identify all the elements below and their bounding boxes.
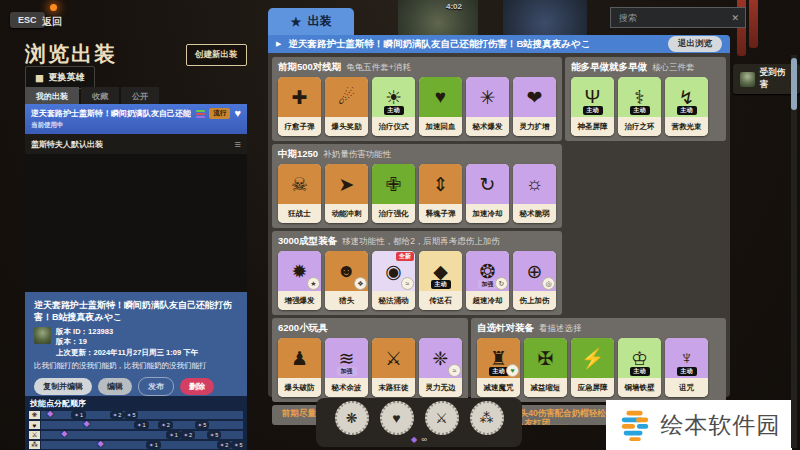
- publish-button[interactable]: 发布: [138, 377, 174, 396]
- item-tile[interactable]: ❂加强↻超速冷却: [466, 251, 509, 310]
- collapse-arrow-icon[interactable]: ▶: [276, 40, 281, 48]
- favorite-heart-icon[interactable]: ♥: [234, 108, 241, 119]
- menu-icon[interactable]: ≡: [235, 138, 241, 150]
- corner-badge-icon: ★: [307, 277, 320, 290]
- corner-badge-icon: ◎: [542, 277, 555, 290]
- guide-banner-title: 逆天套路护士盖斯特！瞬间奶满队友自己还能打伤害！B站搜真夜みやこ: [288, 38, 590, 51]
- item-tile-label: 诅咒: [665, 378, 708, 397]
- scrollbar-thumb[interactable]: [791, 58, 797, 110]
- back-label[interactable]: 返回: [42, 15, 62, 29]
- item-tile[interactable]: ♔主动铜墙铁壁: [618, 338, 661, 397]
- tab-guide[interactable]: ★ 出装: [268, 8, 354, 35]
- skill-point-diamond: ◆: [61, 430, 67, 438]
- vial-ability-icon[interactable]: ❋: [335, 401, 369, 435]
- item-tile-label: 秘法涌动: [372, 291, 415, 310]
- esc-button[interactable]: ESC: [10, 12, 45, 28]
- item-tile[interactable]: ☠狂战士: [278, 164, 321, 223]
- close-icon[interactable]: ✕: [731, 13, 739, 23]
- infinity-icon: ∞: [421, 436, 427, 444]
- item-tile[interactable]: ↻加速冷却: [466, 164, 509, 223]
- item-tile-label: 传送石: [419, 291, 462, 310]
- item-tile[interactable]: ☻❖猎头: [325, 251, 368, 310]
- item-tile[interactable]: ◉全新≈秘法涌动: [372, 251, 415, 310]
- corner-badge-icon: ♥: [506, 364, 519, 377]
- iron-wall-icon: ♔主动: [618, 338, 661, 378]
- corner-badge-icon: ❖: [354, 277, 367, 290]
- switch-hero-button[interactable]: ▦ 更换英雄: [25, 66, 95, 89]
- item-tile[interactable]: ☼秘术脆弱: [513, 164, 556, 223]
- author-avatar: [34, 327, 51, 344]
- corner-badge-icon: ↻: [495, 277, 508, 290]
- skill-point-marker: ✦2: [217, 441, 232, 449]
- item-tile[interactable]: ✚疗愈子弹: [278, 77, 321, 136]
- item-tile-label: 治疗强化: [372, 204, 415, 223]
- regen-boost-icon: ♥: [419, 77, 462, 117]
- item-tile[interactable]: ◆主动传送石: [419, 251, 462, 310]
- item-tile-label: 爆头奖励: [325, 117, 368, 136]
- item-tile[interactable]: ♟爆头破防: [278, 338, 321, 397]
- item-tile[interactable]: ❤灵力扩增: [513, 77, 556, 136]
- guide-content: 前期500对线期龟龟五件套+消耗✚疗愈子弹☄爆头奖励☀主动治疗仪式♥加速回血✳秘…: [268, 53, 730, 397]
- search-box: ✕: [610, 7, 746, 28]
- build-list: 逆天套路护士盖斯特！瞬间奶满队友自己还能打伤...流行♥当前使用中盖斯特夫人默认…: [25, 104, 247, 292]
- blade-ability-icon[interactable]: ⚔: [425, 401, 459, 435]
- skill-order-row: ❋◆✦1✦2✦5: [29, 411, 243, 419]
- item-tile[interactable]: ♆主动诅咒: [665, 338, 708, 397]
- item-tile-label: 增强爆发: [278, 291, 321, 310]
- item-tile[interactable]: ✠减益缩短: [524, 338, 567, 397]
- item-tile[interactable]: ⇕释魂子弹: [419, 164, 462, 223]
- copy-edit-button[interactable]: 复制并编辑: [34, 378, 92, 395]
- damage-amp-icon: ⊕◎: [513, 251, 556, 291]
- damage-taken-button[interactable]: 受到伤害: [733, 64, 800, 94]
- healing-amp-icon: ✙: [372, 164, 415, 204]
- skill-point-marker: ✦1: [71, 411, 86, 419]
- in-use-status: 当前使用中: [31, 121, 241, 130]
- watermark: 绘本软件园: [606, 400, 792, 450]
- item-tile[interactable]: ♥加速回血: [419, 77, 462, 136]
- item-tile[interactable]: ✙治疗强化: [372, 164, 415, 223]
- desperado-icon: ⚔: [372, 338, 415, 378]
- search-input[interactable]: [617, 12, 727, 24]
- skill-order-panel: 技能点分配顺序 ❋◆✦1✦2✦5♥◆✦1✦2✦5⚔◆✦1✦2✦5⁂◆✦1✦2✦5: [25, 396, 247, 450]
- paw-ability-icon[interactable]: ⁂: [470, 401, 504, 435]
- item-section: 自选针对装备看描述选择♜主动♥减速魔咒✠减益缩短⚡应急屏障♔主动铜墙铁壁♆主动诅…: [471, 318, 726, 402]
- edit-button[interactable]: 编辑: [98, 378, 132, 395]
- delete-button[interactable]: 删除: [180, 378, 214, 395]
- healing-ring-icon: ⚕主动: [618, 77, 661, 117]
- skill-order-title: 技能点分配顺序: [30, 398, 243, 409]
- item-tile[interactable]: ⊕◎伤上加伤: [513, 251, 556, 310]
- build-list-item-selected[interactable]: 逆天套路护士盖斯特！瞬间奶满队友自己还能打伤...流行♥当前使用中: [25, 104, 247, 134]
- psychic-expand-icon: ❤: [513, 77, 556, 117]
- item-tile[interactable]: ⚕主动治疗之环: [618, 77, 661, 136]
- curse-icon: ♆主动: [665, 338, 708, 378]
- item-tile[interactable]: ♜主动♥减速魔咒: [477, 338, 520, 397]
- item-tile[interactable]: ☄爆头奖励: [325, 77, 368, 136]
- new-badge: 全新: [396, 252, 414, 261]
- item-tile[interactable]: ≋加强秘术余波: [325, 338, 368, 397]
- skill-point-diamond: ◆: [83, 420, 89, 428]
- item-tile[interactable]: ➤动能冲刺: [325, 164, 368, 223]
- item-tile[interactable]: ⚡应急屏障: [571, 338, 614, 397]
- star-icon: ★: [291, 15, 302, 29]
- item-section: 能多早做就多早做核心三件套Ψ主动神圣屏障⚕主动治疗之环↯主动营救光束: [565, 57, 726, 141]
- paw-ability-icon: ⁂: [29, 441, 40, 449]
- item-tile[interactable]: ✹★增强爆发: [278, 251, 321, 310]
- skill-order-bar: ◆✦1✦2✦5: [41, 441, 243, 449]
- healing-ritual-icon: ☀主动: [372, 77, 415, 117]
- item-tile[interactable]: Ψ主动神圣屏障: [571, 77, 614, 136]
- item-tile[interactable]: ⚔末路狂徒: [372, 338, 415, 397]
- build-list-item[interactable]: 盖斯特夫人默认出装≡: [25, 134, 247, 154]
- item-tile[interactable]: ↯主动营救光束: [665, 77, 708, 136]
- skill-point-marker: ✦5: [124, 411, 139, 419]
- section-title: 能多早做就多早做: [571, 61, 647, 72]
- heart-ability-icon[interactable]: ♥: [380, 401, 414, 435]
- item-tile[interactable]: ✳秘术爆发: [466, 77, 509, 136]
- skill-point-marker: ✦5: [207, 431, 222, 439]
- ember-glow: [50, 4, 57, 11]
- item-tile[interactable]: ☀主动治疗仪式: [372, 77, 415, 136]
- exit-browse-button[interactable]: 退出浏览: [668, 36, 722, 52]
- last-updated: 上次更新：2024年11月27日周三 1:09 下午: [56, 348, 198, 358]
- item-tile[interactable]: ❈≈灵力无边: [419, 338, 462, 397]
- build-description: 比我们能打的没我们能奶，比我们能奶的没我们能打: [34, 361, 238, 371]
- create-build-button[interactable]: 创建新出装: [186, 44, 247, 66]
